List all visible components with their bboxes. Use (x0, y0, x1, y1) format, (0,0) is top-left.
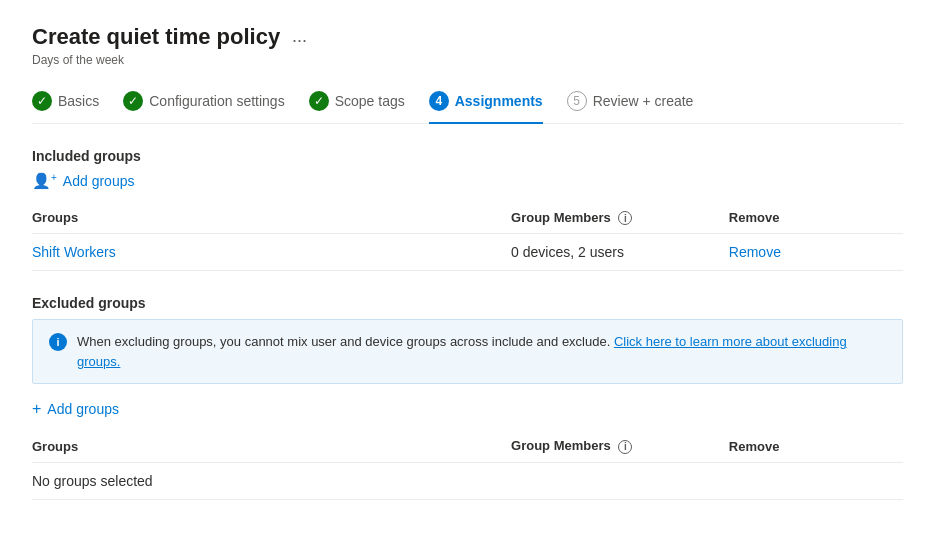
remove-shift-workers[interactable]: Remove (729, 234, 903, 271)
col-header-groups-excluded: Groups (32, 430, 511, 462)
page-title: Create quiet time policy (32, 24, 280, 50)
page-subtitle: Days of the week (32, 53, 903, 67)
step-basics-check-icon: ✓ (32, 91, 52, 111)
step-assignments[interactable]: 4 Assignments (429, 83, 559, 123)
excluded-groups-info-box: i When excluding groups, you cannot mix … (32, 319, 903, 384)
included-groups-table: Groups Group Members i Remove Shift Work… (32, 202, 903, 272)
members-tooltip-icon-excluded: i (618, 440, 632, 454)
step-review[interactable]: 5 Review + create (567, 83, 710, 123)
step-scope-check-icon: ✓ (309, 91, 329, 111)
table-row: Shift Workers 0 devices, 2 users Remove (32, 234, 903, 271)
step-scope-label: Scope tags (335, 93, 405, 109)
excluded-groups-table: Groups Group Members i Remove No groups … (32, 430, 903, 500)
included-groups-title: Included groups (32, 148, 903, 164)
add-included-groups-button[interactable]: 👤+ Add groups (32, 172, 134, 190)
more-options-icon[interactable]: ··· (292, 30, 307, 51)
step-review-label: Review + create (593, 93, 694, 109)
add-person-icon: 👤+ (32, 172, 57, 190)
step-config-check-icon: ✓ (123, 91, 143, 111)
add-excluded-groups-button[interactable]: + Add groups (32, 400, 119, 418)
add-included-groups-label: Add groups (63, 173, 135, 189)
info-icon: i (49, 333, 67, 351)
no-groups-label: No groups selected (32, 462, 903, 499)
col-header-groups-included: Groups (32, 202, 511, 234)
step-basics-label: Basics (58, 93, 99, 109)
group-members-shift-workers: 0 devices, 2 users (511, 234, 729, 271)
members-tooltip-icon-included: i (618, 211, 632, 225)
step-assignments-num-icon: 4 (429, 91, 449, 111)
wizard-steps: ✓ Basics ✓ Configuration settings ✓ Scop… (32, 83, 903, 124)
step-config-label: Configuration settings (149, 93, 284, 109)
col-header-members-included: Group Members i (511, 202, 729, 234)
step-scope[interactable]: ✓ Scope tags (309, 83, 421, 123)
table-row: No groups selected (32, 462, 903, 499)
group-name-shift-workers[interactable]: Shift Workers (32, 234, 511, 271)
info-box-text: When excluding groups, you cannot mix us… (77, 332, 886, 371)
step-config[interactable]: ✓ Configuration settings (123, 83, 300, 123)
step-review-num-icon: 5 (567, 91, 587, 111)
step-assignments-label: Assignments (455, 93, 543, 109)
step-basics[interactable]: ✓ Basics (32, 83, 115, 123)
col-header-remove-excluded: Remove (729, 430, 903, 462)
excluded-groups-title: Excluded groups (32, 295, 903, 311)
col-header-members-excluded: Group Members i (511, 430, 729, 462)
add-plus-icon: + (32, 400, 41, 418)
col-header-remove-included: Remove (729, 202, 903, 234)
add-excluded-groups-label: Add groups (47, 401, 119, 417)
